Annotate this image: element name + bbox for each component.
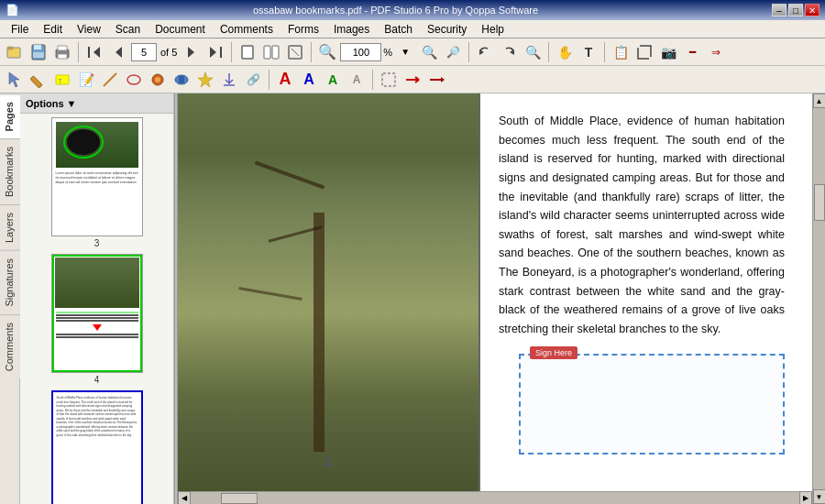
hand-tool[interactable]: ✋ [554,41,576,63]
maximize-button[interactable]: □ [788,4,803,16]
thumb-content-3: Lorem ipsum dolor sit amet consectetur a… [52,118,142,236]
toolbar2: T 📝 🔗 A A A A [0,66,825,93]
sign-here-area[interactable]: Sign Here [519,354,785,455]
svg-marker-13 [210,47,216,58]
thumb-box-4 [51,254,143,373]
menu-edit[interactable]: Edit [36,21,70,38]
menu-images[interactable]: Images [326,21,377,38]
search2-button[interactable]: 🔎 [442,41,464,63]
zoom-input[interactable]: 100 [340,43,381,61]
thumbnail-page3[interactable]: Lorem ipsum dolor sit amet consectetur a… [24,117,170,248]
text-small[interactable]: A [322,69,344,91]
link-tool[interactable]: 🔗 [242,69,264,91]
scroll-up-arrow[interactable]: ▲ [813,93,826,108]
shape-tool[interactable] [123,69,145,91]
find-button[interactable]: 🔍 [522,41,544,63]
svg-rect-16 [272,46,279,59]
text-select-tool[interactable]: T [578,41,600,63]
menu-document[interactable]: Document [148,21,213,38]
print-button[interactable] [51,41,73,63]
save-button[interactable] [28,41,50,63]
first-page-button[interactable] [83,41,105,63]
minimize-button[interactable]: – [772,4,786,16]
two-page-button[interactable] [260,41,282,63]
horizontal-scrollbar[interactable]: ◀ ▶ [178,491,812,504]
line-tool[interactable] [99,69,121,91]
zoom-out-button[interactable]: 🔍 [316,41,338,63]
selection-box[interactable] [378,69,400,91]
vertical-scrollbar[interactable]: ▲ ▼ [812,93,825,504]
highlight-tool[interactable]: T [51,69,73,91]
sidebar-tabs: Pages Bookmarks Layers Signatures Commen… [0,93,20,504]
svg-rect-14 [242,46,253,59]
menu-file[interactable]: File [4,21,36,38]
menu-help[interactable]: Help [474,21,512,38]
svg-rect-15 [264,46,270,59]
extra1[interactable]: ━ [681,41,703,63]
rubber-stamp[interactable] [194,69,216,91]
extra2[interactable]: ⇒ [705,41,727,63]
thumbnail-page4[interactable]: 4 [24,254,170,385]
attach-tool[interactable] [218,69,240,91]
scroll-track[interactable] [813,108,826,489]
next-page-button[interactable] [181,41,203,63]
menu-scan[interactable]: Scan [108,21,148,38]
stamp-tool[interactable] [170,69,192,91]
eraser-tool[interactable] [147,69,169,91]
menu-security[interactable]: Security [420,21,474,38]
zoom-dropdown-button[interactable]: ▼ [394,41,416,63]
tab-signatures[interactable]: Signatures [0,250,20,314]
tab-pages[interactable]: Pages [0,93,20,138]
text-xsmall[interactable]: A [346,69,368,91]
titlebar-icon: 📄 [6,4,19,16]
menu-comments[interactable]: Comments [213,21,280,38]
tab-layers[interactable]: Layers [0,204,20,250]
arrow-right[interactable] [425,69,447,91]
color-line[interactable] [402,69,424,91]
menu-view[interactable]: View [70,21,108,38]
scroll-left-arrow[interactable]: ◀ [178,491,191,505]
search-button[interactable]: 🔍 [418,41,440,63]
open-button[interactable] [4,41,26,63]
close-button[interactable]: ✕ [805,4,820,16]
thumb-box-3: Lorem ipsum dolor sit amet consectetur a… [51,117,143,236]
pdf-text-content: South of Middle Place, evidence of human… [499,112,785,339]
svg-marker-10 [116,47,122,58]
tab-bookmarks[interactable]: Bookmarks [0,138,20,204]
thumb-label-4: 4 [94,375,100,385]
single-page-button[interactable] [236,41,258,63]
panel-header[interactable]: Options ▼ [20,93,173,114]
sep-annot [269,70,270,90]
scroll-down-arrow[interactable]: ▼ [813,489,826,504]
pdf-viewer: 4 South of Middle Place, evidence of hum… [178,93,825,504]
crop-button[interactable] [633,41,655,63]
scroll-thumb[interactable] [814,184,825,221]
text-medium[interactable]: A [298,69,320,91]
sticky-note[interactable]: 📝 [75,69,97,91]
scroll-right-arrow[interactable]: ▶ [799,491,812,505]
page-number-input[interactable]: 5 [131,43,157,61]
svg-marker-20 [510,49,514,55]
tab-comments[interactable]: Comments [0,314,20,378]
undo-button[interactable] [474,41,496,63]
redo-button[interactable] [498,41,520,63]
prev-page-button[interactable] [107,41,129,63]
pencil-tool[interactable] [28,69,50,91]
svg-rect-1 [7,47,13,49]
panel-options-label: Options ▼ [26,98,77,109]
select-tool[interactable] [4,69,26,91]
text-large[interactable]: A [274,69,296,91]
menu-batch[interactable]: Batch [377,21,420,38]
svg-rect-22 [30,75,42,87]
stamp-button[interactable]: 📋 [610,41,632,63]
thumbnail-page5[interactable]: South of Middle Place evidence of human … [24,390,170,504]
total-pages: of 5 [159,47,179,58]
menu-forms[interactable]: Forms [280,21,326,38]
thumbnail-list: Lorem ipsum dolor sit amet consectetur a… [20,114,173,504]
pdf-page-left: 4 [178,93,480,491]
fit-page-button[interactable] [284,41,306,63]
separator4 [468,42,469,62]
last-page-button[interactable] [204,41,226,63]
snapshot-button[interactable]: 📷 [657,41,679,63]
separator2 [231,42,232,62]
